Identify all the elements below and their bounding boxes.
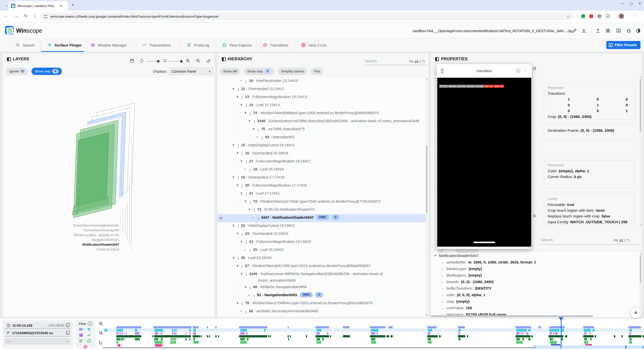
hierarchy-search-input[interactable]: Search (365, 59, 377, 63)
copy-icon[interactable] (66, 324, 69, 327)
pin-icon[interactable] (249, 198, 253, 206)
hierarchy-tree-row[interactable]: ▼15- HideDisplayCutout:16:16#15 (217, 142, 427, 150)
docs-book-icon[interactable] (616, 28, 621, 33)
pin-icon[interactable] (240, 230, 245, 238)
zoom-in-icon[interactable] (186, 58, 190, 64)
pin-icon[interactable] (236, 85, 241, 94)
pin-icon[interactable] (245, 308, 249, 316)
caret-down-icon[interactable]: ▼ (232, 174, 236, 181)
protolog-icon[interactable] (79, 339, 83, 343)
tab-window-manager[interactable]: Window Manager (91, 38, 127, 52)
hierarchy-tree-row[interactable]: ▼23- OneHanded:18:23#23 (217, 230, 427, 238)
minimize-icon[interactable]: _ (525, 67, 527, 72)
timeline-zoom-in-icon[interactable] (99, 321, 104, 327)
property-row[interactable]: blurRegions:[empty] (431, 272, 640, 279)
hierarchy-tree-row[interactable]: ▼74- WindowToken{fdddbe6 type=2000 andro… (217, 110, 427, 118)
property-row[interactable]: crop:{empty} (431, 298, 640, 305)
hierarchy-tree-row[interactable]: ▼3368- WindowToken{f6b2f60 type=2024 and… (217, 316, 427, 316)
caret-down-icon[interactable]: ▼ (232, 85, 236, 92)
extension-icon-gray[interactable] (597, 14, 601, 18)
hierarchy-tree-row[interactable]: ▼73- 8736138 NotificationShade#73 (217, 206, 427, 214)
reload-icon[interactable]: ↻ (24, 13, 28, 19)
hierarchy-scrollbar[interactable]: ▲ ▼ (426, 77, 428, 316)
back-icon[interactable]: ← (4, 13, 8, 18)
caret-down-icon[interactable]: ▼ (240, 271, 245, 277)
caret-down-icon[interactable]: ▼ (236, 150, 240, 156)
pin-icon[interactable] (245, 77, 249, 85)
caret-down-icon[interactable]: ▼ (232, 222, 236, 229)
hierarchy-tree-row[interactable]: 10- ImePlaceholder:13:14#10 (217, 77, 427, 85)
bookmark-star-icon[interactable]: ☆ (567, 14, 570, 19)
pin-icon[interactable] (253, 292, 257, 300)
scrollbar-thumb[interactable] (640, 255, 641, 283)
extension-icon-green[interactable] (581, 14, 585, 18)
timeline-zoom-out-icon[interactable] (99, 331, 104, 337)
hierarchy-tree-row[interactable]: ▼20- FullscreenMagnification:17:17#20 (217, 182, 427, 190)
scroll-up-icon[interactable]: ▲ (639, 252, 642, 255)
window-minimize-icon[interactable]: — (621, 2, 624, 5)
scroll-up-icon[interactable]: ▲ (639, 75, 642, 78)
pin-icon[interactable] (245, 271, 249, 279)
hierarchy-tree-row[interactable]: ▼24- FullscreenMagnification:18:23#24 (217, 238, 427, 246)
forward-icon[interactable]: → (14, 13, 18, 18)
hierarchy-tree-row[interactable]: 3447- NotificationShade#3447HWCV (217, 214, 427, 222)
pin-icon[interactable] (236, 174, 241, 182)
hierarchy-tree-row[interactable]: ▼26- Leaf:24:25#26 (217, 254, 427, 262)
profile-avatar[interactable] (618, 13, 624, 19)
site-settings-icon[interactable] (44, 15, 47, 18)
hierarchy-tree-row[interactable]: 25- Leaf:18:23#25 (217, 246, 427, 254)
caret-down-icon[interactable]: ▼ (236, 230, 240, 237)
hierarchy-tree-row[interactable]: ▼16- OneHanded:16:16#16 (217, 150, 427, 158)
report-bug-icon[interactable] (626, 28, 631, 33)
caret-down-icon[interactable]: ▼ (240, 102, 245, 108)
hierarchy-tree-row[interactable]: ▼79- WindowToken{7046b4a type=2024 andro… (217, 300, 427, 308)
frame-step-control[interactable]: ‹› (5, 338, 71, 344)
screen-recording-icon[interactable] (79, 327, 83, 332)
scrollbar-thumb[interactable] (426, 145, 427, 213)
pin-icon[interactable] (249, 284, 253, 292)
caret-down-icon[interactable]: ▼ (240, 238, 245, 245)
info-icon[interactable]: ⓘ (516, 68, 520, 74)
new-tab-button[interactable]: + (71, 3, 74, 8)
scrollbar-thumb[interactable] (640, 79, 641, 132)
pin-icon[interactable] (245, 102, 249, 110)
shortcuts-icon[interactable]: ⌘ (605, 28, 611, 33)
pin-icon[interactable] (236, 222, 241, 230)
pin-icon[interactable] (249, 246, 253, 254)
hierarchy-tree-row[interactable]: ▼68- 885b63e NavigationBar0#68 (217, 284, 427, 292)
hierarchy-tree-row[interactable]: ▼67- WindowToken{e5176f9 type=2019 andro… (217, 262, 427, 271)
extensions-puzzle-icon[interactable] (606, 14, 610, 18)
next-frame-icon[interactable]: › (67, 339, 68, 343)
home-icon[interactable]: ⌂ (33, 13, 36, 18)
surface-flinger-icon[interactable] (87, 327, 91, 332)
caret-down-icon[interactable]: ▼ (248, 118, 253, 124)
reset-view-icon[interactable]: ↺ (206, 58, 210, 64)
edit-trace-icon[interactable] (572, 28, 577, 33)
pin-icon[interactable] (249, 166, 253, 174)
rotation-slider-handle[interactable] (157, 60, 159, 63)
prev-frame-icon[interactable]: ‹ (8, 339, 9, 343)
pin-icon[interactable] (240, 150, 245, 158)
show-only-chip[interactable]: Show onlyV (244, 68, 274, 75)
pin-icon[interactable] (240, 182, 245, 190)
caret-down-icon[interactable]: ▼ (236, 94, 240, 100)
drag-handle-icon[interactable] (441, 68, 444, 73)
displays-select[interactable]: Common Panel▼ (169, 68, 214, 75)
caret-down-icon[interactable]: ▼ (244, 284, 249, 290)
zoom-out-icon[interactable] (196, 58, 200, 64)
tab-view-capture[interactable]: View Capture (222, 38, 252, 52)
property-row[interactable]: bounds:(0, 0) - (1080, 2400) (431, 279, 640, 285)
property-row[interactable]: barrierLayer:[empty] (431, 266, 640, 272)
layer-label[interactable]: NotificationShade#3447 (34, 243, 119, 246)
search-options-icons[interactable]: Aa ab (.*) (409, 60, 425, 63)
pin-icon[interactable] (257, 214, 261, 222)
pin-icon[interactable] (249, 110, 253, 118)
scroll-up-icon[interactable]: ▲ (426, 77, 428, 80)
resize-handle-icon[interactable] (528, 245, 531, 248)
pin-icon[interactable] (245, 190, 249, 198)
hierarchy-tree-row[interactable]: 82- StatusBar#82 (217, 134, 427, 142)
transition-overlay-window[interactable]: transition ⓘ _ P: 0 / 1dX: 0.0dY: 0.0Xv:… (437, 64, 532, 249)
tab-search[interactable]: Search (16, 38, 35, 52)
ns-time-field[interactable]: 1715339054227572545 ns (5, 330, 71, 336)
caret-down-icon[interactable]: ▼ (236, 300, 240, 306)
